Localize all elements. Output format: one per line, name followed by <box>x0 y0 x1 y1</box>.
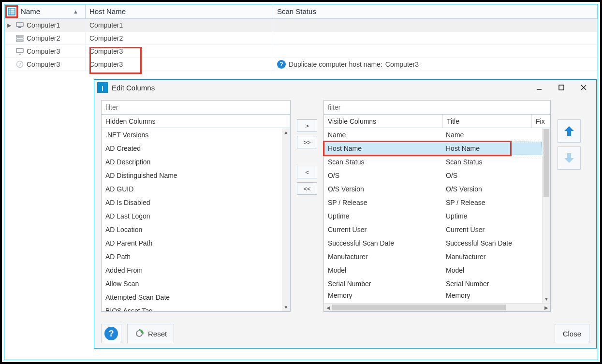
scrollbar-vertical[interactable]: ▲ ▼ <box>282 128 290 311</box>
column-header-status[interactable]: Scan Status <box>273 4 598 18</box>
list-item[interactable]: AD Location <box>102 223 282 236</box>
svg-rect-7 <box>16 35 23 37</box>
cell-hostname: Computer1 <box>89 21 123 29</box>
visible-filter-input[interactable] <box>323 100 551 115</box>
reset-label: Reset <box>148 330 167 338</box>
question-icon: ? <box>277 60 286 69</box>
scrollbar-vertical[interactable]: ▼ <box>542 128 550 303</box>
monitor-icon <box>16 47 24 55</box>
list-item[interactable]: AD Parent Path <box>102 236 282 250</box>
scroll-right-icon[interactable]: ▶ <box>542 304 550 311</box>
hidden-columns-list[interactable]: .NET Versions AD Created AD Description … <box>102 128 282 311</box>
server-icon <box>16 34 24 42</box>
list-item[interactable]: AD Is Disabled <box>102 196 282 209</box>
list-item[interactable]: Allow Scan <box>102 277 282 291</box>
list-item[interactable]: Serial NumberSerial Number <box>324 277 542 291</box>
cell-name: Computer1 <box>27 21 60 29</box>
scroll-left-icon[interactable]: ◀ <box>324 304 332 311</box>
column-header-hostname[interactable]: Host Name <box>86 4 273 18</box>
edit-columns-dialog: Edit Columns Hidden Columns .NET Version… <box>94 79 597 349</box>
list-item[interactable]: AD GUID <box>102 182 282 196</box>
list-item[interactable]: UptimeUptime <box>324 209 542 223</box>
scroll-up-icon[interactable]: ▲ <box>282 128 290 136</box>
svg-text:?: ? <box>18 62 21 67</box>
svg-rect-10 <box>16 48 23 53</box>
list-item[interactable]: AD Created <box>102 142 282 155</box>
column-header-name[interactable]: Name ▲ <box>4 4 86 18</box>
svg-rect-8 <box>16 38 23 39</box>
list-item[interactable]: Successful Scan DateSuccessful Scan Date <box>324 236 542 250</box>
cell-hostname: Computer3 <box>89 47 123 55</box>
hidden-filter-input[interactable] <box>101 100 291 115</box>
list-item[interactable]: MemoryMemory <box>324 291 542 300</box>
maximize-button[interactable] <box>555 82 568 93</box>
minimize-button[interactable] <box>532 82 546 93</box>
grid-icon <box>8 8 15 15</box>
column-hostname-label: Host Name <box>89 7 126 15</box>
move-right-button[interactable]: > <box>297 119 317 132</box>
scrollbar-horizontal[interactable]: ◀ ▶ <box>324 303 550 311</box>
close-button[interactable] <box>577 82 590 93</box>
list-item[interactable]: Attempted Scan Date <box>102 291 282 304</box>
table-row[interactable]: Computer2 Computer2 <box>4 32 598 45</box>
table-row[interactable]: Computer3 Computer3 <box>4 45 598 58</box>
list-item[interactable]: BIOS Asset Tag <box>102 304 282 311</box>
gear-refresh-icon <box>134 329 144 338</box>
scroll-down-icon[interactable]: ▼ <box>282 303 290 311</box>
column-chooser-button[interactable] <box>5 5 18 18</box>
list-item-selected[interactable]: Host NameHost Name <box>324 142 542 155</box>
row-indicator-icon: ▶ <box>7 22 11 29</box>
unknown-icon: ? <box>16 60 24 68</box>
svg-rect-5 <box>16 22 23 27</box>
dialog-title: Edit Columns <box>112 84 155 92</box>
list-item[interactable]: O/SO/S <box>324 169 542 182</box>
list-item[interactable]: ManufacturerManufacturer <box>324 250 542 263</box>
column-status-label: Scan Status <box>277 7 316 15</box>
list-item[interactable]: SP / ReleaseSP / Release <box>324 196 542 209</box>
list-item[interactable]: ModelModel <box>324 263 542 277</box>
visible-columns-list[interactable]: NameName Host NameHost Name Scan StatusS… <box>324 128 542 303</box>
close-label: Close <box>563 330 581 338</box>
sort-asc-icon: ▲ <box>73 9 78 15</box>
help-button[interactable]: ? <box>101 324 121 343</box>
app-icon <box>97 82 108 93</box>
svg-rect-16 <box>102 86 103 87</box>
visible-columns-header[interactable]: Visible Columns <box>324 115 443 128</box>
move-left-button[interactable]: < <box>297 166 317 178</box>
status-text: Duplicate computer host name: <box>289 60 382 68</box>
table-row[interactable]: ? Computer3 Computer3 ? Duplicate comput… <box>4 58 598 71</box>
list-item[interactable]: AD Last Logon <box>102 209 282 223</box>
list-item[interactable]: Scan StatusScan Status <box>324 155 542 169</box>
list-item[interactable]: AD Distinguished Name <box>102 169 282 182</box>
list-item[interactable]: AD Description <box>102 155 282 169</box>
list-item[interactable]: AD Path <box>102 250 282 263</box>
dialog-titlebar[interactable]: Edit Columns <box>94 80 596 95</box>
close-dialog-button[interactable]: Close <box>555 324 589 343</box>
list-item[interactable]: Added From <box>102 263 282 277</box>
fix-header[interactable]: Fix <box>532 115 550 128</box>
table-row[interactable]: ▶ Computer1 Computer1 <box>4 19 598 32</box>
reset-button[interactable]: Reset <box>127 324 174 343</box>
cell-hostname: Computer2 <box>89 34 123 42</box>
grid-body: ▶ Computer1 Computer1 Computer2 <box>4 19 598 71</box>
list-item[interactable]: O/S VersionO/S Version <box>324 182 542 196</box>
move-all-left-button[interactable]: << <box>297 182 317 195</box>
move-up-button[interactable] <box>558 119 581 143</box>
move-down-button[interactable] <box>558 146 581 170</box>
title-header[interactable]: Title <box>443 115 532 128</box>
computer-icon <box>16 21 24 29</box>
scroll-thumb[interactable] <box>543 129 549 197</box>
scroll-thumb[interactable] <box>332 305 506 310</box>
arrow-down-icon <box>562 151 576 165</box>
cell-name: Computer2 <box>27 34 60 42</box>
hidden-columns-header[interactable]: Hidden Columns <box>102 115 290 128</box>
scroll-down-icon[interactable]: ▼ <box>543 295 550 303</box>
list-item[interactable]: NameName <box>324 128 542 142</box>
help-icon: ? <box>104 327 118 340</box>
svg-point-21 <box>136 331 142 336</box>
status-value: Computer3 <box>385 60 419 68</box>
list-item[interactable]: Current UserCurrent User <box>324 223 542 236</box>
list-item[interactable]: .NET Versions <box>102 128 282 142</box>
move-all-right-button[interactable]: >> <box>297 136 317 148</box>
cell-hostname: Computer3 <box>89 60 123 68</box>
